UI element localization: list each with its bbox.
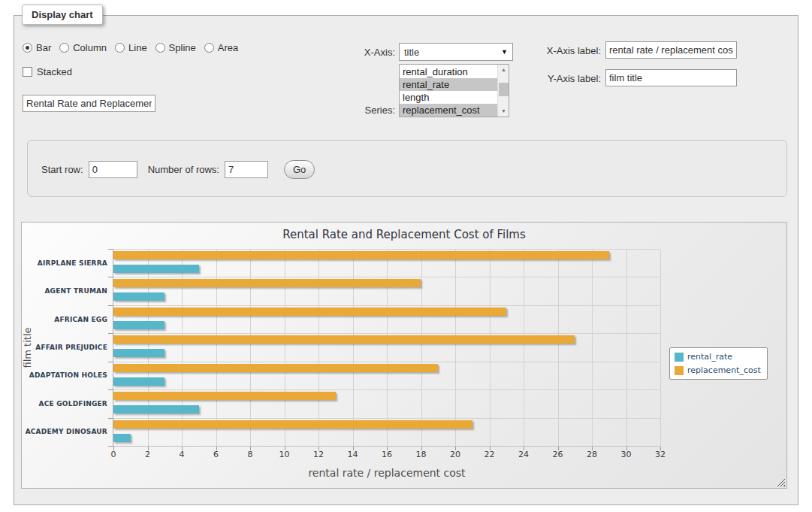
x-tick-label: 6 xyxy=(213,450,219,459)
category-label: ACE GOLDFINGER xyxy=(39,400,107,407)
category-label: AIRPLANE SIERRA xyxy=(38,259,107,267)
x-axis-select[interactable]: title ▼ xyxy=(399,43,513,61)
y-axis-tick xyxy=(108,446,113,447)
chart-row: AFRICAN EGG xyxy=(113,305,660,333)
radio-icon[interactable] xyxy=(204,43,214,53)
bar-replacement_cost xyxy=(113,392,336,400)
start-row-input[interactable] xyxy=(89,161,137,178)
series-scrollbar[interactable]: ▲ ▼ xyxy=(497,65,509,117)
x-tick-label: 12 xyxy=(313,450,324,459)
series-option-rental_rate[interactable]: rental_rate xyxy=(400,78,497,91)
legend-swatch xyxy=(675,353,684,362)
radio-icon[interactable] xyxy=(155,43,165,53)
x-tick-label: 30 xyxy=(621,450,632,459)
chart-row: ACADEMY DINOSAUR xyxy=(113,418,660,446)
stacked-label: Stacked xyxy=(37,66,72,77)
stacked-option[interactable]: Stacked xyxy=(23,66,72,77)
bar-rental_rate xyxy=(113,349,165,357)
gridline xyxy=(660,249,661,446)
bar-rental_rate xyxy=(113,405,199,414)
x-tick-label: 28 xyxy=(587,450,597,459)
series-options: rental_durationrental_ratelengthreplacem… xyxy=(400,65,497,117)
chart-type-option-area[interactable]: Area xyxy=(204,42,238,53)
display-chart-legend-text: Display chart xyxy=(32,9,93,20)
radio-icon[interactable] xyxy=(115,43,125,53)
chart-type-option-label: Bar xyxy=(36,42,51,53)
display-chart-legend: Display chart xyxy=(22,5,103,25)
category-label: AGENT TRUMAN xyxy=(44,287,107,295)
x-tick-label: 0 xyxy=(111,450,116,459)
chart-row: ACE GOLDFINGER xyxy=(113,389,660,417)
scroll-up-icon[interactable]: ▲ xyxy=(498,65,509,75)
x-axis-label-field-label: X-Axis label: xyxy=(526,45,601,56)
x-tick-label: 10 xyxy=(279,450,290,459)
start-row-label: Start row: xyxy=(41,164,83,175)
x-tick-label: 22 xyxy=(484,450,495,459)
series-listbox[interactable]: rental_durationrental_ratelengthreplacem… xyxy=(399,64,509,117)
bar-rental_rate xyxy=(113,321,165,329)
chart-type-option-line[interactable]: Line xyxy=(115,42,147,53)
chart-type-option-label: Spline xyxy=(169,42,196,53)
category-label: ACADEMY DINOSAUR xyxy=(26,428,107,435)
x-tick-label: 2 xyxy=(145,450,150,459)
chart-type-option-spline[interactable]: Spline xyxy=(155,42,196,53)
bar-replacement_cost xyxy=(113,251,609,259)
chart-type-radio-group: BarColumnLineSplineArea xyxy=(23,42,238,53)
y-axis-label-input[interactable] xyxy=(605,69,737,86)
chart-type-option-label: Column xyxy=(73,42,107,53)
bar-replacement_cost xyxy=(113,364,438,372)
row-range-panel: Start row: Number of rows: Go xyxy=(27,140,787,197)
stacked-checkbox[interactable] xyxy=(23,67,32,77)
x-tick-label: 20 xyxy=(450,450,460,459)
row-range-controls: Start row: Number of rows: Go xyxy=(41,160,315,179)
bar-replacement_cost xyxy=(113,279,421,287)
bar-replacement_cost xyxy=(113,308,506,316)
x-axis-line xyxy=(113,446,660,447)
scrollbar-thumb[interactable] xyxy=(499,83,509,96)
x-tick-label: 16 xyxy=(382,450,392,459)
series-option-replacement_cost[interactable]: replacement_cost xyxy=(400,104,497,117)
y-axis-label-field-label: Y-Axis label: xyxy=(526,73,601,84)
chart-x-axis-title: rental rate / replacement cost xyxy=(113,467,660,479)
bar-replacement_cost xyxy=(113,335,575,344)
go-button[interactable]: Go xyxy=(284,160,315,179)
radio-icon[interactable] xyxy=(23,43,32,53)
x-axis-select-label: X-Axis: xyxy=(320,47,395,58)
chart-row: AIRPLANE SIERRA xyxy=(113,249,660,277)
chart-row: AGENT TRUMAN xyxy=(113,277,660,304)
number-of-rows-label: Number of rows: xyxy=(148,164,219,175)
series-listbox-label: Series: xyxy=(320,105,395,116)
x-tick-label: 14 xyxy=(348,450,358,459)
x-axis-label-input[interactable] xyxy=(605,41,737,59)
resize-handle-icon[interactable] xyxy=(777,478,785,486)
chart-type-option-label: Area xyxy=(218,42,238,53)
chart-y-axis-title: film title xyxy=(22,295,33,401)
chart-row: ADAPTATION HOLES xyxy=(113,362,660,389)
chart-container: Rental Rate and Replacement Cost of Film… xyxy=(21,222,787,489)
x-tick-label: 24 xyxy=(518,450,529,459)
x-tick-label: 26 xyxy=(553,450,563,459)
scroll-down-icon[interactable]: ▼ xyxy=(498,106,509,117)
chart-type-option-label: Line xyxy=(128,42,147,53)
legend-label: replacement_cost xyxy=(687,365,761,375)
chart-type-option-bar[interactable]: Bar xyxy=(23,42,51,53)
x-axis-select-value: title xyxy=(404,47,501,58)
x-tick-label: 18 xyxy=(416,450,427,459)
number-of-rows-input[interactable] xyxy=(225,161,268,178)
chevron-down-icon: ▼ xyxy=(501,48,508,56)
page: Display chart BarColumnLineSplineArea St… xyxy=(0,0,812,512)
chart-title-input[interactable] xyxy=(23,95,155,112)
category-label: ADAPTATION HOLES xyxy=(29,371,107,379)
legend-swatch xyxy=(675,366,684,375)
bar-rental_rate xyxy=(113,434,131,442)
category-label: AFRICAN EGG xyxy=(54,316,107,323)
legend-item-rental_rate[interactable]: rental_rate xyxy=(675,352,761,362)
series-option-rental_duration[interactable]: rental_duration xyxy=(400,65,497,78)
series-option-length[interactable]: length xyxy=(400,91,497,104)
bar-replacement_cost xyxy=(113,420,472,429)
radio-icon[interactable] xyxy=(59,43,69,53)
x-tick-label: 4 xyxy=(180,450,185,459)
legend-item-replacement_cost[interactable]: replacement_cost xyxy=(675,365,761,375)
chart-type-option-column[interactable]: Column xyxy=(59,42,107,53)
bar-rental_rate xyxy=(113,265,199,273)
